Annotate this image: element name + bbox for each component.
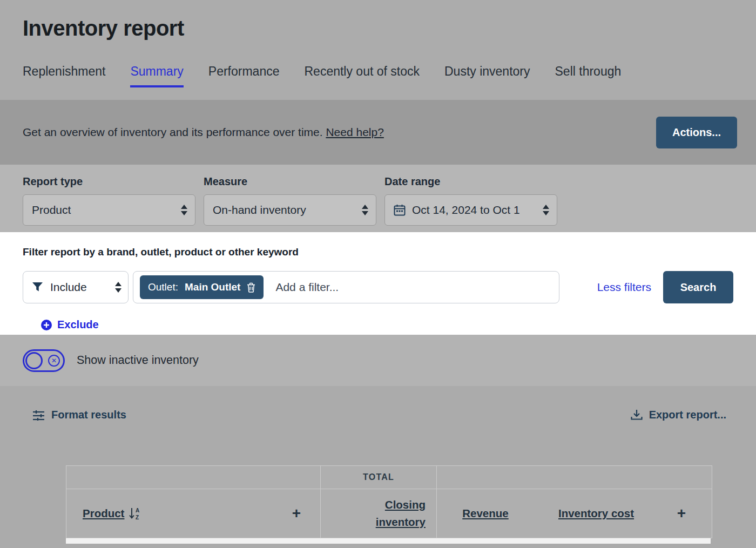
export-report-label: Export report...: [649, 409, 726, 421]
funnel-icon: [32, 282, 43, 293]
inventory-cost-column-header-wrap: Inventory cost: [534, 507, 658, 520]
overview-description: Get an overview of inventory and its per…: [23, 126, 323, 138]
toggle-knob: [25, 352, 43, 369]
table-header-spacer: [66, 466, 320, 489]
report-controls: Report type Product Measure On-hand inve…: [0, 165, 756, 232]
add-metric-column-button[interactable]: +: [677, 506, 686, 521]
svg-text:Z: Z: [136, 515, 139, 520]
closing-inventory-column-header[interactable]: Closing inventory: [369, 496, 426, 531]
revenue-column-header[interactable]: Revenue: [462, 507, 508, 519]
less-filters-link[interactable]: Less filters: [597, 281, 651, 294]
measure-select[interactable]: On-hand inventory: [204, 194, 376, 226]
table-column-product-cell: Product A Z +: [66, 489, 320, 538]
report-type-select[interactable]: Product: [23, 194, 195, 226]
sliders-icon: [32, 410, 45, 421]
filter-mode-select[interactable]: Include: [23, 271, 129, 303]
tab-bar: Replenishment Summary Performance Recent…: [23, 64, 733, 87]
svg-text:A: A: [136, 508, 139, 513]
trash-icon[interactable]: [247, 282, 255, 293]
page-title: Inventory report: [23, 16, 733, 40]
actions-button[interactable]: Actions...: [656, 117, 737, 148]
measure-value: On-hand inventory: [213, 204, 357, 217]
date-range-select[interactable]: Oct 14, 2024 to Oct 1: [384, 194, 557, 226]
report-type-value: Product: [32, 204, 177, 217]
date-range-value: Oct 14, 2024 to Oct 1: [412, 204, 538, 217]
filter-row: Include Outlet: Main Outlet: [23, 271, 733, 303]
page-header: Inventory report Replenishment Summary P…: [0, 0, 756, 100]
spinner-arrows-icon: [543, 205, 549, 215]
results-section: Format results Export report... TOTAL: [0, 386, 756, 548]
exclude-link[interactable]: Exclude: [40, 319, 99, 331]
overview-text: Get an overview of inventory and its per…: [23, 126, 384, 139]
add-filter-input[interactable]: [275, 281, 552, 294]
report-table: TOTAL Product A Z +: [66, 465, 712, 538]
date-range-label: Date range: [384, 175, 557, 188]
format-results-button[interactable]: Format results: [32, 409, 126, 421]
spinner-arrows-icon: [115, 282, 122, 293]
toggle-off-x-icon: ✕: [48, 355, 60, 367]
product-column-header[interactable]: Product: [83, 507, 124, 520]
table-metrics-header-cell: Revenue Inventory cost +: [437, 489, 712, 538]
measure-label: Measure: [204, 175, 376, 188]
product-sort-group[interactable]: Product A Z: [83, 506, 141, 520]
overview-band: Get an overview of inventory and its per…: [0, 100, 756, 165]
exclude-label: Exclude: [57, 319, 99, 331]
tab-recently-out-of-stock[interactable]: Recently out of stock: [305, 64, 420, 87]
inventory-report-page: Inventory report Replenishment Summary P…: [0, 0, 756, 548]
date-range-control: Date range Oct 14, 2024 to Oct 1: [384, 175, 557, 232]
table-header-spacer: [437, 466, 712, 489]
tab-dusty-inventory[interactable]: Dusty inventory: [444, 64, 530, 87]
filter-panel: Filter report by a brand, outlet, produc…: [0, 232, 756, 335]
filter-input-box[interactable]: Outlet: Main Outlet: [133, 271, 559, 303]
measure-control: Measure On-hand inventory: [204, 175, 376, 232]
sort-a-z-icon: A Z: [129, 506, 141, 520]
report-type-label: Report type: [23, 175, 195, 188]
table-column-closing-inventory-cell: Closing inventory: [321, 489, 436, 538]
table-group-header-total: TOTAL: [321, 466, 436, 489]
format-results-label: Format results: [51, 409, 126, 421]
tab-performance[interactable]: Performance: [208, 64, 280, 87]
results-toolbar: Format results Export report...: [32, 409, 726, 421]
spinner-arrows-icon: [181, 205, 187, 215]
revenue-column-header-wrap: Revenue: [437, 507, 534, 520]
tab-replenishment[interactable]: Replenishment: [23, 64, 105, 87]
download-icon: [631, 409, 643, 421]
inactive-inventory-band: ✕ Show inactive inventory: [0, 335, 756, 386]
table-first-data-row-edge: [66, 538, 711, 544]
plus-circle-icon: [40, 319, 52, 331]
show-inactive-toggle[interactable]: ✕: [23, 349, 65, 372]
show-inactive-label: Show inactive inventory: [77, 354, 199, 367]
chip-value: Main Outlet: [185, 281, 240, 293]
spinner-arrows-icon: [362, 205, 368, 215]
filter-chip-outlet-main-outlet: Outlet: Main Outlet: [140, 275, 264, 299]
filter-mode-value: Include: [50, 281, 104, 294]
search-button[interactable]: Search: [663, 271, 733, 303]
calendar-icon: [394, 204, 406, 216]
need-help-link[interactable]: Need help?: [326, 126, 383, 138]
export-report-button[interactable]: Export report...: [631, 409, 726, 421]
filter-heading: Filter report by a brand, outlet, produc…: [23, 246, 733, 258]
tab-summary[interactable]: Summary: [130, 64, 183, 87]
inventory-cost-column-header[interactable]: Inventory cost: [558, 507, 634, 519]
tab-sell-through[interactable]: Sell through: [555, 64, 622, 87]
chip-prefix: Outlet:: [148, 281, 178, 293]
report-type-control: Report type Product: [23, 175, 195, 232]
add-column-button[interactable]: +: [292, 506, 301, 521]
